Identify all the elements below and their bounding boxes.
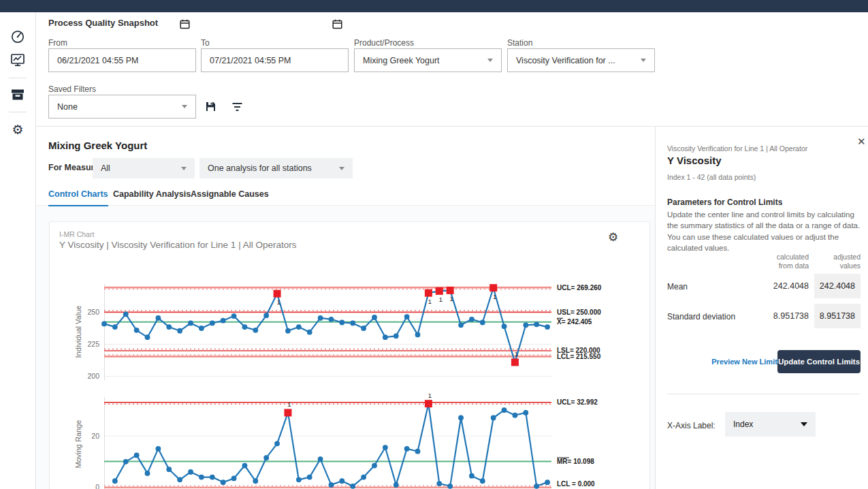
data-point[interactable] — [545, 324, 550, 330]
save-filter-button[interactable] — [205, 101, 216, 112]
data-point[interactable] — [156, 315, 161, 321]
sidebar-item-dashboard[interactable] — [7, 27, 28, 47]
data-point[interactable] — [339, 320, 344, 326]
data-point[interactable] — [491, 415, 496, 421]
data-point[interactable] — [307, 330, 312, 335]
data-point[interactable] — [383, 445, 388, 450]
data-point[interactable] — [123, 459, 129, 464]
measure-dropdown[interactable]: All — [93, 158, 195, 178]
data-point[interactable] — [134, 328, 140, 333]
xaxis-dropdown[interactable]: Index — [725, 412, 816, 437]
data-point[interactable] — [296, 324, 302, 330]
data-point[interactable] — [415, 332, 421, 338]
data-point[interactable] — [404, 446, 410, 452]
to-date-input[interactable] — [201, 48, 349, 72]
analysis-mode-dropdown[interactable]: One analysis for all stations — [199, 158, 353, 178]
data-point[interactable] — [221, 318, 226, 324]
out-of-control-point[interactable] — [284, 409, 291, 416]
data-point[interactable] — [145, 334, 150, 340]
data-point[interactable] — [361, 326, 366, 331]
data-point[interactable] — [188, 469, 193, 475]
data-point[interactable] — [372, 463, 377, 469]
data-point[interactable] — [145, 471, 150, 476]
data-point[interactable] — [523, 410, 528, 415]
data-point[interactable] — [242, 463, 248, 469]
sidebar-item-settings[interactable]: ⚙ — [7, 119, 28, 140]
calendar-icon[interactable] — [180, 19, 190, 29]
data-point[interactable] — [177, 328, 182, 334]
data-point[interactable] — [480, 478, 485, 484]
data-point[interactable] — [134, 452, 140, 458]
tab-assignable-causes[interactable]: Assignable Causes — [191, 189, 269, 205]
data-point[interactable] — [123, 311, 129, 317]
data-point[interactable] — [480, 320, 485, 326]
data-point[interactable] — [545, 479, 550, 485]
data-point[interactable] — [112, 478, 118, 484]
data-point[interactable] — [404, 314, 410, 319]
from-date-input[interactable] — [48, 48, 196, 72]
sidebar-item-monitoring[interactable] — [7, 50, 28, 70]
data-point[interactable] — [339, 478, 344, 484]
data-point[interactable] — [274, 441, 280, 446]
data-point[interactable] — [534, 321, 539, 327]
sidebar-item-products[interactable] — [7, 84, 28, 105]
data-point[interactable] — [458, 322, 464, 328]
data-point[interactable] — [253, 478, 258, 484]
data-point[interactable] — [199, 475, 204, 480]
data-point[interactable] — [318, 456, 323, 462]
data-point[interactable] — [393, 333, 399, 338]
data-point[interactable] — [513, 413, 518, 418]
data-point[interactable] — [393, 482, 399, 488]
out-of-control-point[interactable] — [274, 290, 281, 298]
data-point[interactable] — [253, 328, 258, 333]
filter-icon[interactable] — [231, 102, 243, 112]
chart-settings-gear-icon[interactable]: ⚙ — [608, 232, 618, 243]
data-point[interactable] — [469, 317, 475, 322]
data-point[interactable] — [350, 321, 355, 326]
data-point[interactable] — [534, 484, 539, 489]
data-point[interactable] — [523, 322, 528, 328]
data-point[interactable] — [329, 317, 334, 322]
data-point[interactable] — [231, 313, 237, 319]
update-control-limits-button[interactable]: Update Control Limits — [777, 350, 861, 373]
data-point[interactable] — [447, 484, 453, 489]
data-point[interactable] — [285, 328, 291, 334]
data-point[interactable] — [156, 446, 161, 452]
data-point[interactable] — [436, 481, 442, 486]
data-point[interactable] — [210, 475, 215, 480]
data-point[interactable] — [318, 315, 323, 321]
data-point[interactable] — [263, 313, 269, 318]
data-point[interactable] — [166, 324, 172, 330]
data-point[interactable] — [296, 477, 302, 482]
out-of-control-point[interactable] — [447, 287, 454, 294]
tab-control-charts[interactable]: Control Charts — [48, 189, 108, 207]
preview-new-limits-link[interactable]: Preview New Limits — [696, 358, 782, 366]
data-point[interactable] — [210, 321, 215, 326]
data-point[interactable] — [166, 467, 172, 472]
out-of-control-point[interactable] — [489, 284, 497, 291]
data-point[interactable] — [177, 477, 182, 482]
out-of-control-point[interactable] — [425, 400, 432, 407]
stddev-adjusted-input[interactable]: 8.951738 — [814, 304, 861, 328]
data-point[interactable] — [112, 324, 118, 330]
data-point[interactable] — [372, 315, 377, 320]
mean-adjusted-input[interactable]: 242.4048 — [814, 274, 861, 298]
data-point[interactable] — [101, 321, 107, 327]
data-point[interactable] — [350, 484, 355, 489]
out-of-control-point[interactable] — [436, 287, 443, 295]
data-point[interactable] — [502, 407, 507, 413]
data-point[interactable] — [469, 473, 475, 479]
data-point[interactable] — [231, 476, 237, 482]
data-point[interactable] — [199, 326, 204, 331]
close-icon[interactable]: ✕ — [857, 136, 866, 146]
tab-capability-analysis[interactable]: Capability Analysis — [113, 189, 191, 205]
data-point[interactable] — [458, 415, 464, 421]
calendar-icon[interactable] — [332, 19, 342, 29]
out-of-control-point[interactable] — [425, 289, 432, 297]
data-point[interactable] — [502, 324, 507, 329]
station-dropdown[interactable]: Viscosity Verification for ... — [507, 48, 655, 72]
data-point[interactable] — [415, 449, 421, 454]
data-point[interactable] — [329, 482, 334, 488]
data-point[interactable] — [242, 324, 248, 330]
out-of-control-point[interactable] — [511, 358, 519, 366]
